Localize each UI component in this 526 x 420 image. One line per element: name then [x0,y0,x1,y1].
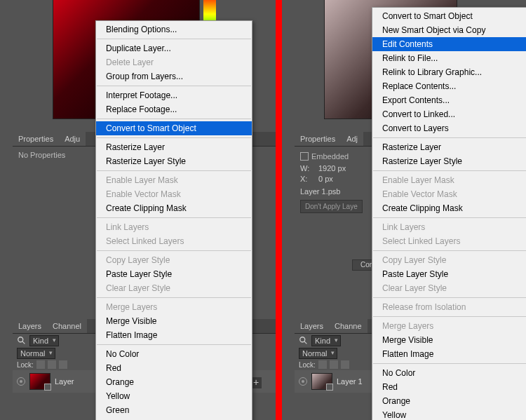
menu-item: Enable Layer Mask [96,173,252,187]
comparison-canvas: Properties Adju No Properties Layers Cha… [0,0,526,420]
menu-item[interactable]: Group from Layers... [96,69,252,83]
dont-apply-button[interactable]: Don't Apply Laye [300,200,363,213]
menu-item[interactable]: Rasterize Layer Style [96,154,252,168]
menu-item[interactable]: Convert to Linked... [372,107,526,121]
menu-item: Merge Layers [96,300,252,314]
menu-separator [97,297,251,298]
svg-line-1 [22,341,25,344]
menu-item[interactable]: Yellow [372,408,526,420]
menu-item: Link Layers [372,220,526,234]
tab-layers[interactable]: Layers [13,319,47,333]
menu-item[interactable]: Export Contents... [372,93,526,107]
menu-separator [97,217,251,218]
lock-pixels-icon[interactable] [36,360,45,369]
menu-item[interactable]: Blue [96,417,252,420]
menu-separator [97,250,251,251]
visibility-icon[interactable] [299,377,307,386]
menu-separator [373,217,526,218]
svg-point-2 [300,337,305,342]
layer-thumbnail[interactable] [29,373,50,390]
menu-item: Copy Layer Style [372,253,526,267]
menu-item[interactable]: Orange [96,375,252,389]
tab-properties[interactable]: Properties [295,132,341,146]
tab-channels[interactable]: Channel [47,319,87,333]
menu-item[interactable]: Create Clipping Mask [96,201,252,215]
menu-separator [373,297,526,298]
menu-separator [97,170,251,171]
tab-adjustments[interactable]: Adj [341,132,363,146]
menu-item[interactable]: Interpret Footage... [96,88,252,102]
blend-mode-select[interactable]: Normal [299,348,337,359]
menu-separator [97,86,251,86]
menu-item: Delete Layer [96,55,252,69]
menu-item[interactable]: Convert to Smart Object [96,121,252,135]
layer-name[interactable]: Layer 1 [337,377,363,386]
menu-separator [97,39,251,39]
svg-point-0 [18,337,23,342]
x-label: X: [300,175,314,183]
width-label: W: [300,164,314,172]
right-pane: Properties Adj Embedded W:1920 px X:0 px… [282,0,526,420]
svg-line-3 [304,341,307,344]
tab-properties[interactable]: Properties [13,132,59,146]
menu-item: Select Linked Layers [372,234,526,248]
menu-item[interactable]: Create Clipping Mask [372,201,526,215]
left-pane: Properties Adju No Properties Layers Cha… [0,0,276,420]
tab-adjustments[interactable]: Adju [59,132,86,146]
filter-kind-select[interactable]: Kind [29,335,59,346]
menu-item[interactable]: Paste Layer Style [96,267,252,281]
menu-item[interactable]: Flatten Image [372,347,526,361]
menu-item[interactable]: Red [96,361,252,375]
menu-item[interactable]: Duplicate Layer... [96,41,252,55]
lock-all-icon[interactable] [59,360,67,369]
blend-mode-select[interactable]: Normal [17,348,55,359]
width-value[interactable]: 1920 px [318,164,346,172]
menu-item[interactable]: Edit Contents [372,37,526,51]
menu-item[interactable]: No Color [96,347,252,361]
menu-item[interactable]: Merge Visible [372,333,526,347]
comparison-divider [276,0,282,420]
search-icon[interactable] [299,336,309,346]
menu-item[interactable]: Replace Footage... [96,102,252,116]
layer-thumbnail[interactable] [311,373,332,390]
menu-item[interactable]: Rasterize Layer Style [372,154,526,168]
lock-position-icon[interactable] [330,360,338,369]
menu-item[interactable]: Relink to Library Graphic... [372,65,526,79]
menu-separator [373,363,526,364]
lock-position-icon[interactable] [48,360,56,369]
menu-item[interactable]: Replace Contents... [372,79,526,93]
menu-item[interactable]: Paste Layer Style [372,267,526,281]
menu-separator [373,137,526,138]
menu-item[interactable]: Orange [372,394,526,408]
menu-item[interactable]: Merge Visible [96,314,252,328]
menu-item[interactable]: New Smart Object via Copy [372,23,526,37]
tab-channels[interactable]: Channe [329,319,367,333]
menu-item[interactable]: Red [372,380,526,394]
menu-item[interactable]: Yellow [96,389,252,403]
menu-item[interactable]: Convert to Layers [372,121,526,135]
lock-label: Lock: [17,361,34,369]
menu-item[interactable]: Convert to Smart Object [372,9,526,23]
menu-item: Enable Vector Mask [96,187,252,201]
lock-all-icon[interactable] [341,360,349,369]
smart-object-badge-icon [326,384,333,391]
menu-item[interactable]: Relink to File... [372,51,526,65]
x-value[interactable]: 0 px [318,175,333,183]
search-icon[interactable] [17,336,27,346]
menu-item[interactable]: Blending Options... [96,22,252,36]
menu-item: Select Linked Layers [96,234,252,248]
menu-item[interactable]: Rasterize Layer [96,140,252,154]
menu-separator [373,250,526,251]
smart-object-badge-icon [44,384,51,391]
lock-pixels-icon[interactable] [318,360,327,369]
menu-item[interactable]: Flatten Image [96,328,252,342]
filter-kind-select[interactable]: Kind [311,335,341,346]
visibility-icon[interactable] [17,377,25,386]
menu-item[interactable]: No Color [372,366,526,380]
tab-layers[interactable]: Layers [295,319,329,333]
menu-item[interactable]: Rasterize Layer [372,140,526,154]
layer-name[interactable]: Layer [55,377,74,386]
menu-item: Clear Layer Style [96,281,252,295]
menu-item[interactable]: Green [96,403,252,417]
embedded-label: Embedded [311,152,349,161]
